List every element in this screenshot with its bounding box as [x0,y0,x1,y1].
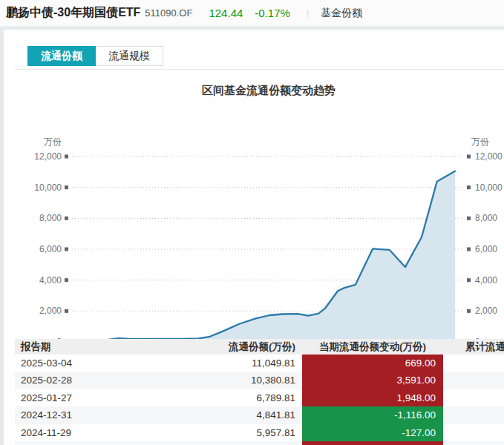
table-header-row: 报告期 流通份额(万份) 当期流通份额变动(万份) 累计流通份额变动(万份) [15,339,504,355]
change-cell: -1,116.00 [302,406,443,423]
y-tick-square-right [467,309,471,313]
gap-cell [295,372,302,389]
quote-header: 鹏扬中债-30年期国债ETF 511090.OF 124.44 -0.17% |… [0,0,504,27]
share-table: 报告期 流通份额(万份) 当期流通份额变动(万份) 累计流通份额变动(万份) 2… [15,339,504,445]
y-tick-square-right [467,248,471,251]
shares-cell [208,441,295,445]
fund-price: 124.44 [209,7,243,19]
report-date-cell [15,441,208,445]
share-tabs: 流通份额 流通规模 [27,46,163,66]
y-tick-label-right: 10,000 [475,182,503,193]
y-tick-label-left: 6,000 [39,244,62,254]
header-divider: | [307,7,309,19]
series-area [82,171,455,339]
tabs-divider [15,69,504,70]
shares-cell: 5,957.81 [208,424,295,441]
cumulative-cell [443,372,504,389]
y-tick-square-left [65,278,68,282]
y-tick-square-left [65,248,68,251]
cumulative-cell [443,406,504,423]
change-cell: 1,948.00 [302,389,443,406]
cumulative-cell [443,441,504,445]
table-row[interactable]: 2025-02-2810,380.813,591.00 [15,372,504,389]
gap-cell [295,389,302,406]
tab-circulating-scale[interactable]: 流通规模 [96,46,163,66]
gap-cell [295,424,302,441]
content-card: 流通份额 流通规模 区间基金流通份额变动趋势 万份万份002,0002,0004… [4,30,504,445]
report-date-cell: 2024-12-31 [15,406,208,423]
report-date-cell: 2025-02-28 [15,372,208,389]
fund-change-percent: -0.17% [255,7,290,19]
shares-cell: 6,789.81 [208,389,295,406]
report-date-cell: 2025-03-04 [15,355,208,372]
change-cell: 669.00 [302,355,443,372]
y-unit-right: 万份 [471,136,489,147]
table-row[interactable]: 2024-12-314,841.81-1,116.00 [15,406,504,423]
cumulative-cell [443,389,504,406]
y-tick-label-right: 12,000 [475,151,503,162]
change-cell: -127.00 [302,424,443,441]
col-cumulative: 累计流通份额变动(万份) [443,339,504,355]
y-tick-label-right: 4,000 [475,275,497,286]
share-trend-chart[interactable]: 万份万份002,0002,0004,0004,0006,0006,0008,00… [0,100,504,339]
table-row[interactable]: 2025-03-0411,049.81669.00 [15,355,504,372]
y-tick-square-right [467,155,471,159]
y-tick-label-right: 8,000 [475,213,497,223]
col-report-date: 报告期 [15,339,208,355]
table-row[interactable]: 2025-01-276,789.811,948.00 [15,389,504,406]
shares-cell: 10,380.81 [208,372,295,389]
y-tick-label-left: 4,000 [39,275,62,286]
shares-cell: 11,049.81 [208,355,295,372]
y-tick-label-left: 8,000 [39,213,62,223]
change-cell [302,441,443,445]
y-tick-square-left [65,309,68,313]
y-tick-label-left: 2,000 [39,306,62,316]
y-tick-square-right [467,185,471,189]
y-tick-square-right [467,278,471,282]
y-tick-label-left: 10,000 [34,182,62,193]
y-tick-label-right: 6,000 [475,244,497,254]
report-date-cell: 2024-11-29 [15,424,208,441]
tab-circulating-shares[interactable]: 流通份额 [27,46,96,66]
y-tick-label-right: 2,000 [475,306,497,316]
cumulative-cell [443,424,504,441]
fund-name: 鹏扬中债-30年期国债ETF [6,5,140,21]
y-tick-square-left [65,155,68,159]
gap-cell [295,406,302,423]
table-row[interactable]: 2024-11-295,957.81-127.00 [15,424,504,441]
share-table-body: 2025-03-0411,049.81669.002025-02-2810,38… [15,355,504,445]
table-row[interactable] [15,441,504,445]
col-change: 当期流通份额变动(万份) [302,339,443,355]
y-unit-left: 万份 [44,136,62,147]
y-tick-square-left [65,217,68,220]
shares-cell: 4,841.81 [208,406,295,423]
gap-cell [295,355,302,372]
col-shares: 流通份额(万份) [208,339,295,355]
cumulative-cell [443,355,504,372]
y-tick-label-left: 12,000 [34,151,62,162]
chart-title: 区间基金流通份额变动趋势 [33,84,504,98]
y-tick-square-left [65,185,68,189]
report-date-cell: 2025-01-27 [15,389,208,406]
gap-cell [295,441,302,445]
fund-code: 511090.OF [145,7,192,19]
y-tick-square-right [467,217,471,220]
change-cell: 3,591.00 [302,372,443,389]
section-label: 基金份额 [321,7,362,20]
